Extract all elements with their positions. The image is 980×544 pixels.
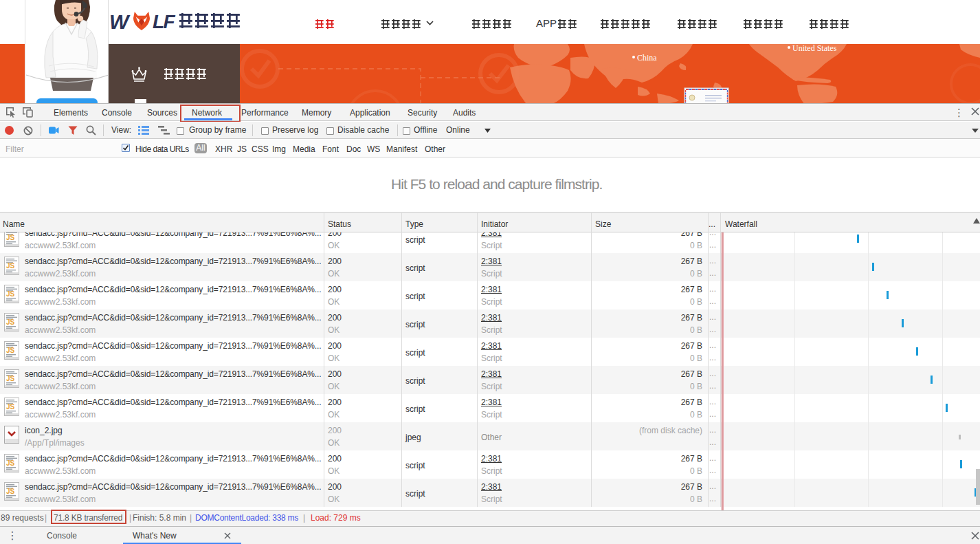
svg-text:JS: JS [6,234,15,241]
svg-text:China: China [637,53,657,63]
svg-text:JS: JS [6,375,15,382]
svg-text:JS: JS [6,290,15,298]
svg-text:JS: JS [6,488,15,495]
svg-text:JS: JS [6,262,15,270]
svg-text:United States: United States [792,44,837,53]
svg-text:JS: JS [6,403,15,411]
svg-text:JS: JS [6,459,15,467]
svg-text:JS: JS [6,318,15,326]
svg-text:JS: JS [6,347,15,354]
